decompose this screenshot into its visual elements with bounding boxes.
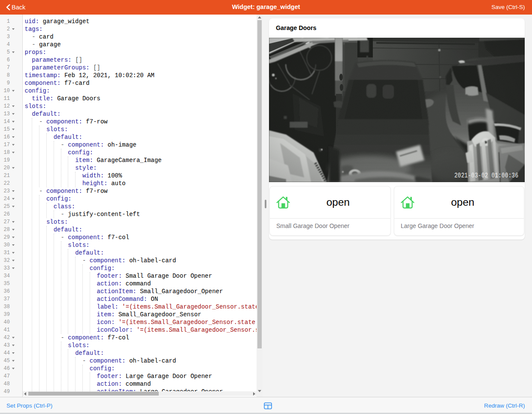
svg-text:2021-03-02 01:00:36: 2021-03-02 01:00:36 [454, 172, 518, 180]
